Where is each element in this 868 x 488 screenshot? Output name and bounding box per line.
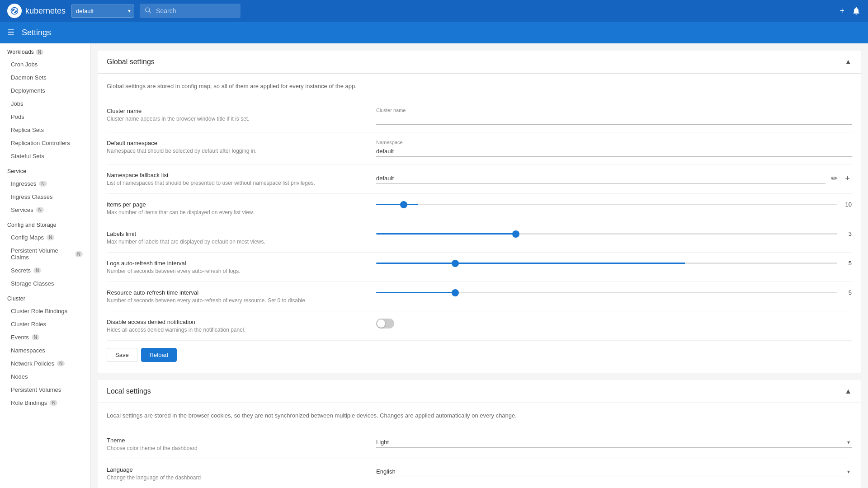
cluster-name-field-label: Cluster name [376, 108, 852, 113]
cluster-name-input[interactable] [376, 114, 852, 125]
default-namespace-row: Default namespace Namespace that should … [107, 132, 852, 164]
workloads-badge: N [36, 49, 44, 55]
local-settings-title: Local settings [107, 387, 151, 395]
sidebar-item-pods[interactable]: Pods [0, 110, 90, 123]
netpol-badge: N [57, 361, 65, 366]
namespace-select[interactable]: default [71, 5, 134, 18]
sidebar: Workloads N Cron Jobs Daemon Sets Deploy… [0, 43, 90, 488]
labels-limit-slider[interactable] [376, 233, 837, 235]
sidebar-item-secrets[interactable]: Secrets N [0, 264, 90, 277]
sidebar-item-network-policies[interactable]: Network Policies N [0, 357, 90, 370]
resource-refresh-slider[interactable] [376, 292, 837, 293]
namespace-fallback-desc: List of namespaces that should be presen… [107, 180, 369, 186]
sidebar-item-storage-classes[interactable]: Storage Classes [0, 277, 90, 290]
logs-refresh-label: Logs auto-refresh time interval [107, 260, 369, 267]
sidebar-item-config-maps[interactable]: Config Maps N [0, 231, 90, 244]
namespace-input[interactable] [376, 146, 852, 157]
topbar: kubernetes default ▾ + [0, 0, 868, 22]
language-label: Language [107, 466, 369, 473]
namespace-fallback-row: Namespace fallback list List of namespac… [107, 164, 852, 194]
toggle-slider [376, 319, 394, 328]
sidebar-item-cluster-roles[interactable]: Cluster Roles [0, 318, 90, 331]
main-layout: Workloads N Cron Jobs Daemon Sets Deploy… [0, 43, 868, 488]
search-wrapper [140, 4, 456, 18]
logs-refresh-slider[interactable] [376, 263, 837, 264]
resource-refresh-row: Resource auto-refresh time interval Numb… [107, 282, 852, 311]
sidebar-item-replica-sets[interactable]: Replica Sets [0, 123, 90, 136]
reload-button[interactable]: Reload [141, 348, 177, 362]
sidebar-item-cluster-role-bindings[interactable]: Cluster Role Bindings [0, 305, 90, 318]
items-per-page-label: Items per page [107, 201, 369, 208]
global-settings-collapse-button[interactable]: ▲ [844, 58, 852, 66]
local-settings-description: Local settings are stored in the browser… [107, 412, 852, 419]
logo-icon [7, 4, 22, 18]
labels-limit-label: Labels limit [107, 230, 369, 237]
language-desc: Change the language of the dashboard [107, 474, 369, 481]
app-name: kubernetes [25, 6, 66, 16]
logs-refresh-value: 5 [843, 260, 852, 267]
items-per-page-desc: Max number of items that can be displaye… [107, 209, 369, 216]
default-namespace-desc: Namespace that should be selected by def… [107, 148, 369, 154]
svg-line-2 [149, 12, 151, 14]
events-badge: N [32, 334, 39, 340]
sidebar-item-events[interactable]: Events N [0, 331, 90, 344]
sidebar-item-ingresses[interactable]: Ingresses N [0, 177, 90, 190]
rolebindings-badge: N [50, 400, 57, 406]
theme-label: Theme [107, 437, 369, 444]
namespace-fallback-input[interactable] [376, 173, 826, 184]
sidebar-item-cron-jobs[interactable]: Cron Jobs [0, 58, 90, 71]
items-per-page-row: Items per page Max number of items that … [107, 194, 852, 223]
settings-header: ☰ Settings [0, 22, 868, 43]
add-namespace-fallback-button[interactable]: + [843, 172, 852, 185]
global-settings-body: Global settings are stored in config map… [98, 74, 861, 373]
sidebar-item-deployments[interactable]: Deployments [0, 84, 90, 97]
app-logo: kubernetes [7, 4, 66, 18]
sidebar-item-stateful-sets[interactable]: Stateful Sets [0, 150, 90, 163]
language-row: Language Change the language of the dash… [107, 459, 852, 488]
sidebar-item-nodes[interactable]: Nodes [0, 370, 90, 383]
sidebar-item-pvc[interactable]: Persistent Volume Claims N [0, 244, 90, 264]
namespace-fallback-label: Namespace fallback list [107, 172, 369, 178]
theme-row: Theme Choose color theme of the dashboar… [107, 430, 852, 459]
sidebar-item-jobs[interactable]: Jobs [0, 97, 90, 110]
disable-access-denied-label: Disable access denied notification [107, 319, 369, 325]
items-per-page-slider[interactable] [376, 204, 837, 205]
pvc-badge: N [75, 251, 83, 257]
theme-select[interactable]: Light Dark [376, 437, 852, 448]
notifications-button[interactable] [852, 6, 861, 15]
global-settings-header: Global settings ▲ [98, 51, 861, 74]
search-icon [144, 7, 151, 15]
resource-refresh-value: 5 [843, 289, 852, 296]
sidebar-section-service: Service [0, 163, 90, 177]
namespace-field-label: Namespace [376, 140, 852, 145]
sidebar-item-namespaces[interactable]: Namespaces [0, 344, 90, 357]
local-settings-body: Local settings are stored in the browser… [98, 403, 861, 488]
sidebar-item-services[interactable]: Services N [0, 203, 90, 216]
save-button[interactable]: Save [107, 348, 137, 362]
cluster-name-label: Cluster name [107, 108, 369, 114]
global-settings-card: Global settings ▲ Global settings are st… [98, 51, 861, 373]
local-settings-card: Local settings ▲ Local settings are stor… [98, 380, 861, 488]
sidebar-section-cluster: Cluster [0, 290, 90, 305]
local-settings-collapse-button[interactable]: ▲ [844, 387, 852, 395]
sidebar-section-config: Config and Storage [0, 216, 90, 231]
sidebar-item-replication-controllers[interactable]: Replication Controllers [0, 136, 90, 150]
global-settings-actions: Save Reload [107, 341, 852, 364]
sidebar-item-daemon-sets[interactable]: Daemon Sets [0, 71, 90, 84]
services-badge: N [36, 207, 44, 213]
namespace-selector[interactable]: default ▾ [71, 5, 134, 18]
labels-limit-row: Labels limit Max number of labels that a… [107, 223, 852, 253]
svg-point-1 [146, 8, 150, 12]
language-select[interactable]: English Chinese German French Japanese [376, 466, 852, 477]
add-button[interactable]: + [840, 6, 844, 16]
disable-access-denied-row: Disable access denied notification Hides… [107, 311, 852, 341]
search-input[interactable] [140, 4, 241, 18]
sidebar-item-ingress-classes[interactable]: Ingress Classes [0, 190, 90, 203]
edit-namespace-fallback-button[interactable]: ✏ [829, 172, 840, 185]
sidebar-item-role-bindings[interactable]: Role Bindings N [0, 396, 90, 409]
menu-icon[interactable]: ☰ [7, 28, 14, 38]
disable-access-denied-toggle[interactable] [376, 319, 394, 328]
cluster-name-desc: Cluster name appears in the browser wind… [107, 116, 369, 122]
sidebar-item-persistent-volumes[interactable]: Persistent Volumes [0, 383, 90, 396]
labels-limit-desc: Max number of labels that are displayed … [107, 239, 369, 245]
